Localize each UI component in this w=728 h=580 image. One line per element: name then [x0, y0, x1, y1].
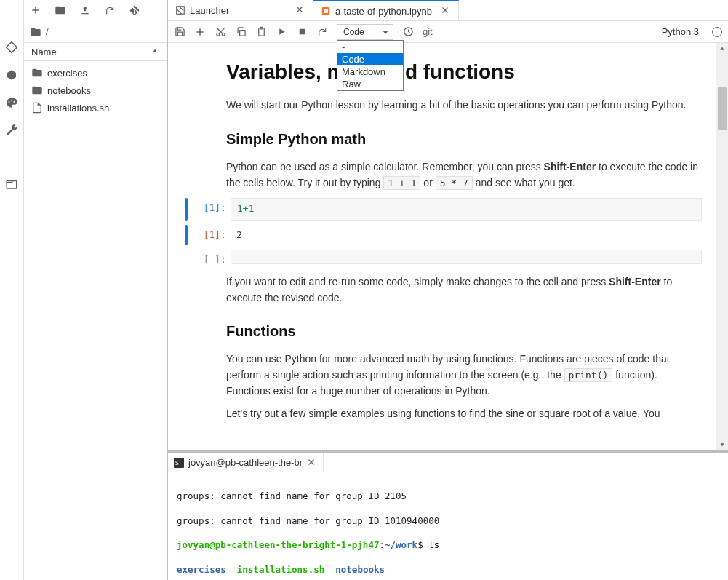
terminal-line: groups: cannot find name for group ID 10… [177, 515, 719, 528]
stop-icon[interactable] [296, 26, 308, 38]
terminal-panel: $_ jovyan@pb-cathleen-the-br groups: can… [168, 450, 728, 580]
launcher-icon [175, 5, 185, 15]
svg-rect-8 [324, 9, 328, 13]
cell-type-dropdown: - Code Markdown Raw [337, 40, 404, 91]
scrollbar-thumb[interactable] [718, 87, 727, 130]
wrench-icon[interactable] [4, 123, 19, 138]
scroll-down-icon[interactable] [719, 441, 726, 448]
output-prompt: [1]: [193, 225, 231, 242]
clock-icon[interactable] [402, 26, 414, 38]
svg-point-10 [222, 33, 225, 36]
inline-code: 5 * 7 [436, 176, 473, 190]
terminal-line: jovyan@pb-cathleen-the-bright-1-pjh47:~/… [177, 539, 719, 552]
kernel-name[interactable]: Python 3 [662, 26, 699, 37]
run-icon[interactable] [276, 26, 287, 38]
close-icon[interactable] [441, 6, 451, 16]
svg-point-2 [9, 101, 10, 103]
upload-icon[interactable] [79, 4, 91, 16]
save-icon[interactable] [174, 26, 185, 38]
tab-label: a-taste-of-python.ipynb [335, 6, 432, 17]
code-input[interactable]: 1+1 [231, 198, 702, 220]
close-icon[interactable] [307, 458, 317, 468]
heading-2: Functions [226, 320, 702, 343]
inline-code: 1 + 1 [383, 176, 420, 190]
tab-launcher[interactable]: Launcher [168, 0, 313, 20]
document-tabbar: Launcher a-taste-of-python.ipynb [168, 0, 728, 21]
palette-icon[interactable] [4, 95, 19, 110]
cell-type-select[interactable]: Code - Code Markdown Raw [337, 24, 393, 40]
terminal-icon: $_ [174, 458, 184, 468]
notebook-content: Variables, math and functions We will st… [226, 56, 702, 422]
file-item-folder[interactable]: exercises [24, 64, 167, 82]
copy-icon[interactable] [235, 26, 247, 38]
app-root: / Name exercises notebooks installations… [0, 0, 728, 580]
cell-type-option[interactable]: Markdown [337, 65, 403, 78]
notebook-icon [321, 6, 331, 16]
cell-type-button[interactable]: Code [337, 24, 393, 40]
folder-icon [30, 26, 41, 38]
terminal-tab[interactable]: $_ jovyan@pb-cathleen-the-br [168, 453, 324, 472]
file-item-label: installations.sh [47, 103, 109, 114]
svg-point-9 [216, 33, 219, 36]
code-cell[interactable]: [1]: 1+1 [183, 198, 702, 220]
main-area: Launcher a-taste-of-python.ipynb Code [168, 0, 728, 580]
paragraph: Python can be used as a simple calculato… [226, 159, 702, 191]
cell-type-value: Code [343, 27, 364, 37]
activity-bar [0, 0, 24, 580]
svg-marker-1 [7, 70, 16, 80]
tabs-icon[interactable] [4, 177, 19, 191]
terminal-body[interactable]: groups: cannot find name for group ID 21… [168, 472, 728, 580]
notebook-scroll[interactable]: Variables, math and functions We will st… [168, 43, 716, 450]
breadcrumb[interactable]: / [24, 21, 167, 42]
file-browser-panel: / Name exercises notebooks installations… [24, 0, 167, 580]
cell-type-option[interactable]: Raw [337, 78, 403, 90]
svg-point-4 [13, 101, 15, 103]
notebook-toolbar: Code - Code Markdown Raw git Python 3 [168, 21, 728, 43]
paragraph: We will start our Python lesson by learn… [226, 98, 702, 114]
cell-type-option[interactable]: - [337, 41, 403, 53]
cell-output: 2 [231, 225, 702, 245]
inline-code: print() [564, 368, 613, 382]
new-launcher-icon[interactable] [30, 4, 41, 16]
tab-label: Launcher [190, 5, 229, 16]
file-list-header[interactable]: Name [24, 42, 167, 61]
refresh-icon[interactable] [104, 4, 116, 16]
kernel-status-icon[interactable] [712, 27, 722, 37]
hex-icon[interactable] [4, 68, 19, 82]
folder-icon [31, 84, 43, 96]
input-prompt: [ ]: [193, 250, 231, 267]
file-item-label: exercises [47, 68, 87, 79]
file-icon [31, 102, 43, 114]
paste-icon[interactable] [255, 26, 267, 38]
vertical-scrollbar[interactable] [716, 43, 728, 450]
add-cell-icon[interactable] [194, 26, 206, 38]
sort-up-icon [151, 47, 160, 56]
paragraph: If you want to edit and re-run some code… [226, 274, 702, 306]
terminal-line: groups: cannot find name for group ID 21… [177, 490, 719, 503]
cut-icon[interactable] [215, 26, 226, 38]
cell-type-option[interactable]: Code [337, 53, 403, 65]
file-header-label: Name [31, 47, 57, 57]
input-prompt: [1]: [193, 198, 231, 215]
terminal-tabbar: $_ jovyan@pb-cathleen-the-br [168, 453, 728, 472]
file-item-folder[interactable]: notebooks [24, 82, 167, 99]
tab-notebook[interactable]: a-taste-of-python.ipynb [313, 0, 459, 20]
file-list: exercises notebooks installations.sh [24, 61, 167, 580]
svg-rect-11 [239, 31, 245, 36]
code-input[interactable] [231, 250, 702, 264]
svg-rect-0 [7, 42, 17, 53]
git-text-button[interactable]: git [423, 26, 433, 37]
file-item-file[interactable]: installations.sh [24, 99, 167, 116]
paragraph: Let's try out a few simple examples usin… [226, 406, 702, 422]
git-icon[interactable] [129, 4, 140, 16]
close-icon[interactable] [295, 5, 305, 15]
terminal-tab-label: jovyan@pb-cathleen-the-br [188, 457, 303, 468]
folder-icon [31, 67, 43, 79]
code-cell[interactable]: [ ]: [183, 250, 702, 267]
new-folder-icon[interactable] [55, 4, 66, 16]
restart-icon[interactable] [316, 26, 328, 38]
scroll-up-icon[interactable] [719, 45, 726, 52]
heading-2: Simple Python math [226, 128, 702, 151]
breadcrumb-path: / [46, 26, 49, 37]
git-diamond-icon[interactable] [4, 40, 19, 55]
